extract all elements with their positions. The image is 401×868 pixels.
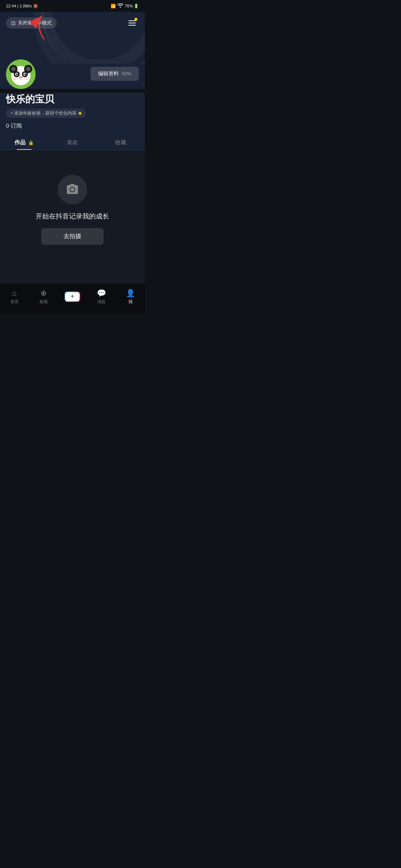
youth-mode-icon: ⊡ xyxy=(11,20,16,26)
header-top-bar: ⊡ 关闭青少年模式 xyxy=(0,12,145,33)
plus-button[interactable]: + xyxy=(64,291,81,303)
svg-point-5 xyxy=(11,67,16,71)
lock-icon: 🔒 xyxy=(28,140,34,145)
me-icon: 👤 xyxy=(126,289,135,297)
age-tag-button[interactable]: + 添加年龄标签，获得个性化内容 xyxy=(6,109,86,118)
nav-home[interactable]: ⌂ 首页 xyxy=(0,289,29,305)
status-bar: 12:44 | 1.0M/s 🔕 📶 76% 🔋 xyxy=(0,0,145,12)
signal-icon: 📶 xyxy=(111,4,116,9)
tab-likes-label: 喜欢 xyxy=(67,139,78,145)
plus-icon: + xyxy=(65,292,79,301)
bottom-nav: ⌂ 首页 ⊕ 发现 + 💬 消息 👤 我 xyxy=(0,283,145,313)
youth-mode-button[interactable]: ⊡ 关闭青少年模式 xyxy=(6,17,57,29)
profile-section: 编辑资料 50% xyxy=(0,64,145,89)
status-time: 12:44 xyxy=(6,4,16,8)
header-area: ⊡ 关闭青少年模式 xyxy=(0,12,145,64)
tab-favorites-label: 收藏 xyxy=(115,139,126,145)
nav-messages-label: 消息 xyxy=(97,299,105,305)
svg-point-16 xyxy=(13,77,17,80)
menu-line-2 xyxy=(128,23,136,23)
home-icon: ⌂ xyxy=(12,289,17,297)
username: 快乐的宝贝 xyxy=(0,93,145,106)
discover-icon: ⊕ xyxy=(40,289,47,297)
wifi-icon xyxy=(117,3,123,9)
svg-point-6 xyxy=(26,67,30,71)
nav-me-label: 我 xyxy=(128,299,133,305)
edit-profile-button[interactable]: 编辑资料 50% xyxy=(91,67,139,81)
nav-plus[interactable]: + xyxy=(58,291,87,303)
avatar xyxy=(6,59,36,89)
battery-icon: 76% 🔋 xyxy=(125,4,139,9)
edit-profile-label: 编辑资料 xyxy=(98,70,119,76)
svg-point-15 xyxy=(19,76,23,79)
tab-works[interactable]: 作品 🔒 xyxy=(0,134,48,150)
nav-home-label: 首页 xyxy=(10,299,19,305)
tab-works-label: 作品 xyxy=(14,139,26,145)
status-network: 1.0M/s xyxy=(20,4,32,8)
camera-icon xyxy=(66,183,79,196)
nav-me[interactable]: 👤 我 xyxy=(116,289,145,305)
svg-point-14 xyxy=(25,73,26,74)
camera-circle xyxy=(58,175,87,204)
youth-mode-label: 关闭青少年模式 xyxy=(18,20,52,26)
age-tag-label: + 添加年龄标签，获得个性化内容 xyxy=(10,110,76,116)
menu-notification-dot xyxy=(134,18,137,21)
tab-likes[interactable]: 喜欢 xyxy=(48,134,97,150)
status-icons: 📶 76% 🔋 xyxy=(111,3,139,9)
status-time-network: 12:44 | 1.0M/s 🔕 xyxy=(6,4,38,9)
menu-line-3 xyxy=(128,25,136,26)
tabs-section: 作品 🔒 喜欢 收藏 xyxy=(0,134,145,150)
message-icon: 💬 xyxy=(97,289,106,297)
avatar-container[interactable] xyxy=(6,59,36,89)
profile-top-row: 编辑资料 50% xyxy=(6,64,139,89)
svg-point-13 xyxy=(17,73,18,74)
nav-messages[interactable]: 💬 消息 xyxy=(87,289,116,305)
subscribe-count: 0 订阅 xyxy=(0,121,145,134)
tab-favorites[interactable]: 收藏 xyxy=(97,134,145,150)
panda-avatar-svg xyxy=(7,61,34,88)
age-tag-dot xyxy=(79,112,81,115)
shoot-button[interactable]: 去拍摄 xyxy=(41,228,104,245)
nav-discover-label: 发现 xyxy=(39,299,48,305)
empty-state-title: 开始在抖音记录我的成长 xyxy=(36,212,109,221)
edit-profile-percent: 50% xyxy=(122,71,131,76)
nav-discover[interactable]: ⊕ 发现 xyxy=(29,289,58,305)
content-area: 开始在抖音记录我的成长 去拍摄 xyxy=(0,150,145,269)
svg-point-17 xyxy=(25,77,29,80)
menu-button[interactable] xyxy=(125,16,139,30)
